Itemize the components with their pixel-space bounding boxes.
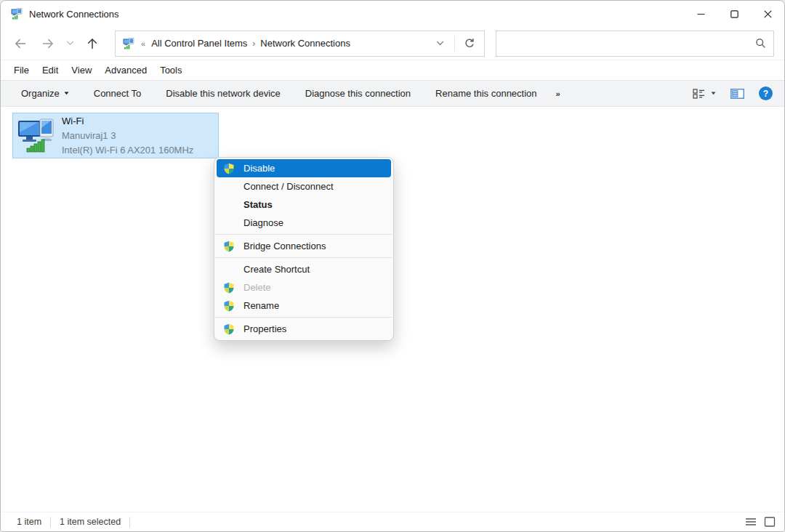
minimize-button[interactable]	[684, 1, 717, 27]
navigation-bar: « All Control Panel Items › Network Conn…	[1, 27, 784, 60]
context-menu-item-bridge-connections[interactable]: Bridge Connections	[217, 237, 391, 255]
menu-separator	[215, 257, 392, 258]
help-icon: ?	[763, 89, 768, 99]
large-icons-view-button[interactable]	[764, 517, 776, 527]
up-button[interactable]	[78, 31, 107, 56]
uac-shield-icon	[223, 323, 243, 335]
view-options-icon	[693, 88, 705, 100]
address-location-icon	[123, 38, 134, 49]
menu-item-label: Disable	[243, 163, 275, 174]
preview-pane-button[interactable]	[730, 88, 744, 100]
connect-to-button[interactable]: Connect To	[94, 88, 142, 99]
menu-edit[interactable]: Edit	[36, 62, 65, 78]
uac-shield-icon	[223, 300, 243, 312]
menu-item-label: Create Shortcut	[243, 264, 310, 275]
uac-shield-icon	[223, 163, 243, 174]
caret-down-icon	[64, 92, 69, 95]
preview-pane-icon	[730, 88, 744, 100]
menu-bar: File Edit View Advanced Tools	[1, 60, 784, 80]
context-menu-item-diagnose[interactable]: Diagnose	[217, 214, 391, 232]
toolbar-overflow-button[interactable]: »	[556, 89, 561, 98]
disable-device-button[interactable]: Disable this network device	[166, 88, 281, 99]
status-bar: 1 item 1 item selected	[1, 512, 784, 531]
menu-tools[interactable]: Tools	[153, 62, 188, 78]
title-bar: Network Connections	[1, 1, 784, 27]
forward-arrow-icon	[41, 38, 55, 49]
menu-separator	[215, 317, 392, 318]
list-view-icon	[745, 517, 757, 527]
context-menu-item-delete: Delete	[217, 278, 391, 297]
window-controls	[684, 1, 784, 27]
context-menu-item-connect-disconnect[interactable]: Connect / Disconnect	[217, 177, 391, 196]
up-arrow-icon	[86, 37, 98, 50]
window-title: Network Connections	[29, 9, 119, 20]
address-divider	[454, 36, 455, 52]
forward-button[interactable]	[34, 31, 62, 56]
maximize-button[interactable]	[717, 1, 751, 27]
breadcrumb-separator-icon[interactable]: ›	[251, 39, 257, 49]
connections-list-area[interactable]: Wi-Fi Manuviraj1 3 Intel(R) Wi-Fi 6 AX20…	[1, 107, 784, 512]
chevron-down-icon	[436, 41, 444, 46]
menu-item-label: Status	[243, 199, 273, 210]
menu-item-label: Properties	[243, 323, 286, 334]
statusbar-divider	[50, 517, 51, 528]
address-bar[interactable]: « All Control Panel Items › Network Conn…	[115, 31, 485, 57]
close-button[interactable]	[751, 1, 784, 27]
context-menu-item-create-shortcut[interactable]: Create Shortcut	[217, 260, 391, 278]
connection-device-name: Intel(R) Wi-Fi 6 AX201 160MHz	[62, 143, 193, 158]
toolbar-right-group: ?	[693, 86, 773, 100]
menu-item-label: Rename	[243, 300, 279, 311]
item-count: 1 item	[17, 517, 41, 527]
menu-advanced[interactable]: Advanced	[98, 62, 153, 78]
help-button[interactable]: ?	[759, 86, 773, 100]
wifi-adapter-icon	[17, 118, 57, 153]
context-menu-item-rename[interactable]: Rename	[217, 297, 391, 315]
rename-connection-button[interactable]: Rename this connection	[435, 88, 536, 99]
breadcrumb-overflow[interactable]: «	[137, 39, 148, 48]
search-icon[interactable]	[755, 38, 766, 49]
menu-file[interactable]: File	[7, 62, 36, 78]
connection-name: Wi-Fi	[62, 114, 193, 129]
selection-count: 1 item selected	[60, 517, 121, 527]
search-input[interactable]	[504, 38, 755, 49]
refresh-icon	[464, 38, 475, 49]
context-menu-item-status[interactable]: Status	[217, 196, 391, 214]
command-toolbar: Organize Connect To Disable this network…	[1, 80, 784, 107]
menu-separator	[215, 234, 392, 235]
connection-network-name: Manuviraj1 3	[62, 129, 193, 143]
uac-shield-icon	[223, 282, 243, 294]
change-view-button[interactable]	[693, 88, 716, 100]
menu-item-label: Bridge Connections	[243, 241, 326, 251]
wifi-connection-item[interactable]: Wi-Fi Manuviraj1 3 Intel(R) Wi-Fi 6 AX20…	[12, 113, 219, 158]
back-arrow-icon	[14, 38, 27, 49]
context-menu-item-disable[interactable]: Disable	[217, 159, 391, 177]
organize-button[interactable]: Organize	[21, 88, 69, 99]
chevron-down-icon	[66, 41, 74, 46]
statusbar-view-buttons	[745, 517, 776, 527]
refresh-button[interactable]	[459, 38, 480, 49]
address-dropdown-button[interactable]	[430, 41, 450, 46]
uac-shield-icon	[223, 241, 243, 252]
menu-view[interactable]: View	[65, 62, 98, 78]
back-button[interactable]	[7, 31, 34, 56]
recent-locations-button[interactable]	[62, 31, 78, 56]
thumbnail-view-icon	[764, 517, 776, 527]
network-connections-icon	[11, 8, 23, 20]
menu-item-label: Delete	[243, 282, 271, 293]
statusbar-divider	[129, 517, 130, 528]
network-connections-window: Network Connections	[0, 0, 785, 532]
breadcrumb-all-control-panel-items[interactable]: All Control Panel Items	[148, 38, 251, 49]
menu-item-label: Connect / Disconnect	[243, 181, 334, 192]
wifi-connection-text: Wi-Fi Manuviraj1 3 Intel(R) Wi-Fi 6 AX20…	[62, 114, 193, 158]
caret-down-icon	[711, 92, 716, 95]
breadcrumb-network-connections[interactable]: Network Connections	[257, 38, 354, 49]
context-menu-item-properties[interactable]: Properties	[217, 320, 391, 338]
context-menu: Disable Connect / Disconnect Status Diag…	[214, 157, 394, 341]
organize-label: Organize	[21, 88, 60, 99]
search-box	[496, 31, 774, 57]
details-view-button[interactable]	[745, 517, 757, 527]
diagnose-connection-button[interactable]: Diagnose this connection	[305, 88, 411, 99]
menu-item-label: Diagnose	[243, 217, 283, 228]
